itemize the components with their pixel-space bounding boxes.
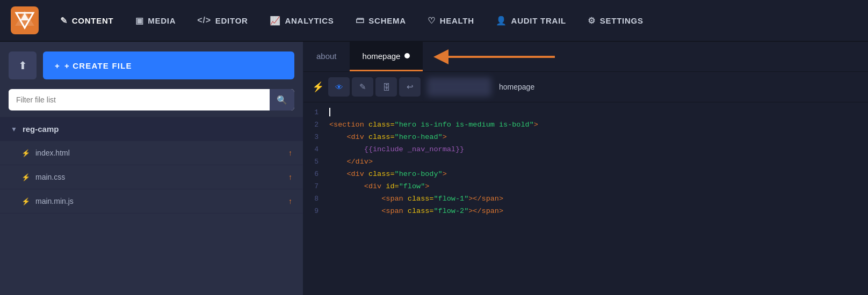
edit-button[interactable]: ✎ (352, 77, 373, 97)
create-file-button[interactable]: + + CREATE FILE (43, 51, 294, 79)
bolt-icon: ⚡ (21, 149, 30, 157)
schema-icon: 🗃 (356, 16, 365, 25)
code-line-1: 1 (303, 107, 868, 119)
nav-item-audit-trail[interactable]: 👤 AUDIT TRAIL (487, 11, 575, 30)
chevron-down-icon: ▼ (11, 126, 17, 133)
audit-icon: 👤 (496, 16, 507, 26)
up-arrow-icon: ↑ (288, 197, 292, 205)
nav-item-analytics[interactable]: 📈 ANALYTICS (261, 11, 343, 30)
arrow-line (447, 56, 555, 58)
upload-button[interactable]: ⬆ (9, 51, 37, 79)
up-arrow-icon: ↑ (288, 149, 292, 157)
tree-item-index-html[interactable]: ⚡ index.html ↑ (0, 141, 303, 165)
analytics-icon: 📈 (270, 16, 281, 26)
search-input[interactable] (9, 90, 270, 109)
top-nav: ✎ CONTENT ▣ MEDIA </> EDITOR 📈 ANALYTICS… (0, 0, 868, 42)
health-icon: ♡ (428, 16, 436, 26)
eye-icon: 👁 (335, 83, 343, 92)
code-line-5: 5 </div> (303, 156, 868, 168)
database-icon: 🗄 (382, 83, 390, 92)
bolt-icon: ⚡ (21, 197, 30, 205)
tree-item-main-min-js[interactable]: ⚡ main.min.js ↑ (0, 189, 303, 213)
code-line-4: 4 {{include _nav_normal}} (303, 144, 868, 156)
database-button[interactable]: 🗄 (375, 77, 397, 97)
toolbar-filename: homepage (499, 83, 534, 91)
history-icon: ↩ (407, 82, 414, 92)
plus-icon: + (55, 61, 60, 70)
nav-item-editor[interactable]: </> EDITOR (189, 11, 256, 30)
sidebar-toolbar: ⬆ + + CREATE FILE (0, 42, 303, 89)
main-layout: ⬆ + + CREATE FILE 🔍 ▼ reg-camp ⚡ index.h… (0, 42, 868, 295)
code-line-9: 9 <span class="flow-2"></span> (303, 205, 868, 218)
tabs-bar: about homepage (303, 42, 868, 72)
tab-about[interactable]: about (303, 42, 350, 71)
arrow-head (433, 49, 449, 64)
code-editor[interactable]: 1 2 <section class="hero is-info is-medi… (303, 102, 868, 295)
toolbar-avatar (427, 77, 491, 97)
code-line-6: 6 <div class="hero-body"> (303, 168, 868, 181)
file-tree: ▼ reg-camp ⚡ index.html ↑ ⚡ main.css ↑ ⚡… (0, 117, 303, 295)
nav-item-content[interactable]: ✎ CONTENT (52, 11, 122, 30)
search-button[interactable]: 🔍 (270, 89, 294, 110)
code-line-3: 3 <div class="hero-head"> (303, 131, 868, 144)
code-line-7: 7 <div id="flow"> (303, 181, 868, 193)
nav-item-settings[interactable]: ⚙ SETTINGS (579, 11, 652, 30)
arrow-annotation (433, 49, 555, 64)
editor-area: about homepage ⚡ 👁 ✎ 🗄 (303, 42, 868, 295)
tree-item-main-css[interactable]: ⚡ main.css ↑ (0, 165, 303, 189)
search-icon: 🔍 (277, 95, 287, 105)
editor-toolbar: ⚡ 👁 ✎ 🗄 ↩ homepage (303, 72, 868, 102)
logo[interactable] (11, 6, 39, 34)
code-line-2: 2 <section class="hero is-info is-medium… (303, 119, 868, 131)
search-bar: 🔍 (9, 89, 294, 110)
history-button[interactable]: ↩ (399, 77, 421, 97)
pencil-icon: ✎ (359, 82, 366, 92)
sidebar: ⬆ + + CREATE FILE 🔍 ▼ reg-camp ⚡ index.h… (0, 42, 303, 295)
settings-icon: ⚙ (588, 16, 596, 26)
tree-group-reg-camp[interactable]: ▼ reg-camp (0, 117, 303, 141)
bolt-icon: ⚡ (21, 173, 30, 181)
tab-homepage[interactable]: homepage (350, 42, 423, 71)
nav-item-health[interactable]: ♡ HEALTH (419, 11, 483, 30)
editor-icon: </> (197, 16, 211, 25)
media-icon: ▣ (135, 16, 144, 26)
preview-button[interactable]: 👁 (328, 77, 350, 97)
up-arrow-icon: ↑ (288, 173, 292, 181)
nav-item-media[interactable]: ▣ MEDIA (127, 11, 185, 30)
content-icon: ✎ (60, 16, 68, 26)
code-line-8: 8 <span class="flow-1"></span> (303, 193, 868, 205)
tab-unsaved-dot (404, 53, 410, 58)
nav-item-schema[interactable]: 🗃 SCHEMA (347, 11, 415, 30)
bolt-active-icon: ⚡ (312, 81, 324, 93)
